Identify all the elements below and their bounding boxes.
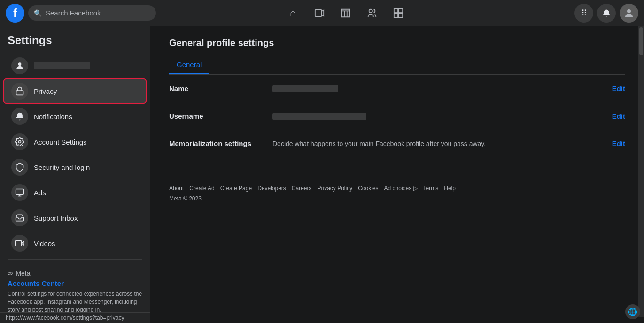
footer-create-page[interactable]: Create Page (220, 185, 252, 192)
sidebar-item-account-settings[interactable]: Account Settings (4, 130, 146, 154)
footer-privacy-policy[interactable]: Privacy Policy (318, 185, 353, 192)
topnav-left: f 🔍 (6, 4, 156, 23)
grid-icon-btn[interactable]: ⠿ (574, 4, 593, 23)
meta-label: Meta (16, 269, 30, 277)
sidebar-item-profile[interactable] (4, 54, 146, 78)
sidebar-item-videos[interactable]: Videos (4, 231, 146, 255)
account-settings-icon (11, 133, 28, 150)
notifications-label: Notifications (34, 113, 72, 121)
profile-name-blurred (34, 62, 90, 69)
notification-btn[interactable] (597, 4, 616, 23)
facebook-logo[interactable]: f (6, 4, 24, 23)
svg-rect-15 (16, 240, 22, 246)
svg-rect-5 (394, 13, 397, 17)
status-bar: https://www.facebook.com/settings?tab=pr… (0, 312, 150, 323)
main-content: General profile settings General Name Ed… (150, 26, 644, 323)
sidebar-divider (8, 259, 142, 260)
profile-icon (11, 57, 28, 74)
videos-icon (11, 235, 28, 252)
accounts-center-link[interactable]: Accounts Center (8, 279, 142, 287)
memorialization-edit-btn[interactable]: Edit (612, 139, 625, 147)
meta-description: Control settings for connected experienc… (8, 290, 142, 314)
svg-point-7 (627, 9, 631, 13)
ads-icon (11, 184, 28, 201)
meta-section: ∞ Meta Accounts Center Control settings … (0, 263, 150, 319)
svg-marker-1 (321, 10, 324, 16)
name-label: Name (169, 85, 272, 92)
sidebar-item-security[interactable]: Security and login (4, 155, 146, 179)
video-nav-btn[interactable] (308, 2, 331, 24)
tab-bar: General (169, 56, 625, 75)
globe-icon[interactable]: 🌐 (625, 304, 640, 319)
gaming-nav-btn[interactable] (387, 2, 410, 24)
svg-rect-6 (398, 13, 402, 17)
topnav-center: ⌂ (156, 2, 535, 24)
username-edit-btn[interactable]: Edit (612, 112, 625, 120)
svg-rect-11 (16, 189, 24, 195)
sidebar-item-support-inbox[interactable]: Support Inbox (4, 206, 146, 230)
sidebar: Settings Privacy (0, 26, 150, 323)
footer-ad-choices[interactable]: Ad choices ▷ (384, 185, 418, 192)
search-icon: 🔍 (34, 9, 42, 17)
account-settings-label: Account Settings (34, 138, 87, 146)
notifications-icon (11, 108, 28, 125)
footer-careers[interactable]: Careers (292, 185, 312, 192)
name-blurred (272, 85, 338, 92)
svg-rect-9 (16, 91, 23, 95)
svg-rect-0 (315, 9, 321, 16)
svg-point-10 (19, 141, 21, 143)
svg-rect-3 (394, 8, 397, 12)
privacy-label: Privacy (34, 87, 57, 95)
username-row: Username Edit (169, 102, 625, 130)
sidebar-item-notifications[interactable]: Notifications (4, 104, 146, 129)
memorialization-row: Memorialization settings Decide what hap… (169, 130, 625, 157)
topnav: f 🔍 ⌂ (0, 0, 644, 26)
svg-point-2 (369, 9, 372, 12)
security-label: Security and login (34, 163, 90, 171)
settings-table: Name Edit Username Edit Memorialization … (169, 75, 625, 157)
search-bar[interactable]: 🔍 (28, 5, 156, 21)
scrollbar[interactable] (638, 26, 644, 317)
home-nav-btn[interactable]: ⌂ (282, 2, 304, 24)
footer-about[interactable]: About (169, 185, 184, 192)
topnav-right: ⠿ (535, 4, 638, 23)
groups-nav-btn[interactable] (361, 2, 383, 24)
privacy-icon (11, 83, 28, 100)
marketplace-nav-btn[interactable] (334, 2, 357, 24)
support-inbox-icon (11, 209, 28, 226)
name-edit-btn[interactable]: Edit (612, 85, 625, 92)
name-row: Name Edit (169, 75, 625, 102)
username-value (272, 112, 612, 120)
svg-point-8 (18, 62, 22, 66)
sidebar-item-ads[interactable]: Ads (4, 180, 146, 205)
videos-label: Videos (34, 239, 55, 247)
svg-marker-14 (21, 241, 24, 245)
support-inbox-label: Support Inbox (34, 214, 78, 222)
footer-terms[interactable]: Terms (423, 185, 439, 192)
footer-cookies[interactable]: Cookies (358, 185, 378, 192)
name-value (272, 84, 612, 92)
footer-developers[interactable]: Developers (257, 185, 286, 192)
meta-logo: ∞ Meta (8, 269, 142, 277)
search-input[interactable] (46, 9, 150, 17)
svg-rect-4 (398, 8, 402, 12)
avatar-btn[interactable] (620, 4, 638, 23)
sidebar-title: Settings (0, 30, 150, 53)
footer-copyright: Meta © 2023 (169, 195, 625, 209)
username-label: Username (169, 112, 272, 120)
footer-links: About Create Ad Create Page Developers C… (169, 176, 625, 195)
meta-infinity-icon: ∞ (8, 269, 13, 277)
memorialization-description: Decide what happens to your main Faceboo… (272, 140, 612, 147)
memorialization-label: Memorialization settings (169, 139, 272, 147)
body-area: Settings Privacy (0, 26, 644, 323)
footer-create-ad[interactable]: Create Ad (189, 185, 214, 192)
username-blurred (272, 113, 366, 120)
sidebar-item-privacy[interactable]: Privacy (4, 79, 146, 103)
page-title: General profile settings (169, 38, 625, 48)
scrollbar-thumb[interactable] (639, 27, 643, 55)
tab-general[interactable]: General (169, 56, 209, 74)
ads-label: Ads (34, 189, 46, 197)
security-icon (11, 159, 28, 176)
footer-help[interactable]: Help (444, 185, 456, 192)
